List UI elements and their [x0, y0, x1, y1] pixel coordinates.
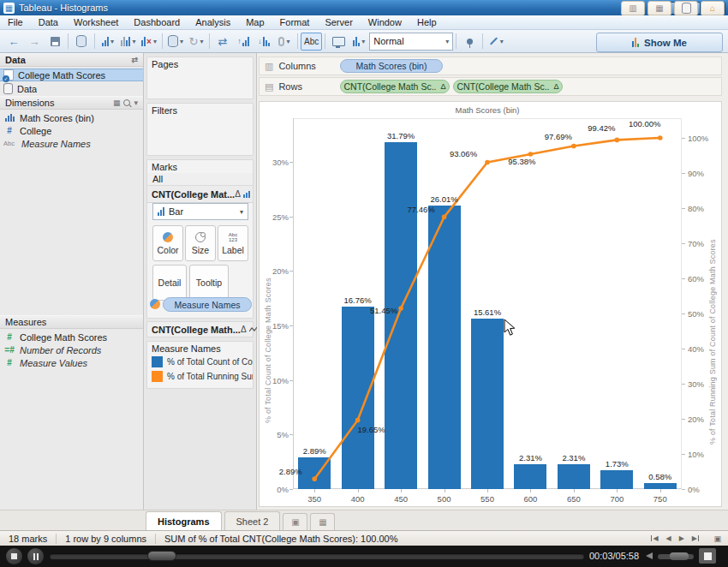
search-icon[interactable] [123, 99, 130, 106]
first-sheet-button[interactable]: ◀ [651, 534, 658, 542]
color-button[interactable]: Color [152, 225, 183, 261]
pause-button[interactable] [27, 548, 44, 564]
fit-value: Normal [373, 36, 403, 46]
new-worksheet-tab-button[interactable]: ▣ [283, 513, 307, 530]
filmstrip-button[interactable]: ▣ [713, 534, 721, 543]
rows-pill[interactable]: CNT(College Math Sc..Δ [453, 80, 563, 93]
menu-analysis[interactable]: Analysis [188, 15, 238, 29]
show-hide-cards-button[interactable]: ▾ [349, 33, 369, 51]
menu-data[interactable]: Data [31, 15, 66, 29]
highlight-button[interactable]: ▾ [486, 33, 506, 51]
presentation-mode-button[interactable] [328, 33, 349, 51]
swap-datasource-icon[interactable]: ⇄ [131, 56, 138, 64]
bar-350[interactable] [298, 457, 331, 489]
rows-shelf[interactable]: ▤Rows CNT(College Math Sc..ΔCNT(College … [259, 77, 722, 96]
tooltip-button[interactable]: Tooltip [189, 265, 229, 301]
bar-700[interactable] [600, 470, 633, 489]
save-button[interactable] [45, 33, 65, 51]
bar-400[interactable] [342, 307, 374, 489]
new-dashboard-tab-button[interactable]: ▦ [310, 513, 335, 530]
prev-sheet-button[interactable]: ◀ [666, 534, 671, 542]
fit-select[interactable]: Normal▾ [369, 33, 453, 51]
measure-item[interactable]: #College Math Scores [0, 331, 143, 343]
undo-button[interactable]: ← [3, 33, 24, 51]
menu-file[interactable]: File [0, 15, 31, 29]
rows-pill[interactable]: CNT(College Math Sc..Δ [340, 80, 450, 93]
show-mark-labels-button[interactable]: Abc [301, 33, 322, 51]
label-button[interactable]: Abc123Label [218, 225, 248, 261]
pause-updates-button[interactable]: ▾ [165, 33, 186, 51]
refresh-button[interactable]: ↻▾ [186, 33, 206, 51]
dimension-item[interactable]: Math Scores (bin) [0, 111, 143, 124]
show-me-button[interactable]: Show Me [596, 33, 723, 52]
group-members-button[interactable]: ▾ [274, 33, 295, 51]
menu-worksheet[interactable]: Worksheet [66, 15, 126, 29]
pin-icon [467, 39, 473, 45]
view-as-list-icon[interactable]: ▦ [113, 98, 121, 107]
bar-600[interactable] [514, 464, 546, 489]
bar-550[interactable] [471, 319, 504, 489]
fix-axes-button[interactable] [459, 33, 480, 51]
size-button[interactable]: Size [185, 225, 216, 261]
measure-names-legend: Measure Names % of Total Count of Colle.… [146, 341, 254, 389]
seek-handle[interactable] [147, 551, 176, 561]
sort-descending-button[interactable]: ↓ [254, 33, 274, 51]
new-worksheet-button[interactable]: ▾ [98, 33, 118, 51]
last-sheet-button[interactable]: ▶ [692, 534, 699, 542]
stop-button[interactable] [6, 548, 22, 564]
columns-shelf[interactable]: ▥Columns Math Scores (bin) [259, 57, 722, 75]
speaker-icon[interactable] [646, 552, 653, 559]
chart-canvas[interactable]: Math Scores (bin) % of Total Count of Co… [259, 101, 722, 507]
measure-names-pill[interactable]: Measure Names [163, 297, 252, 312]
volume-handle[interactable] [670, 552, 689, 560]
next-sheet-button[interactable]: ▶ [679, 534, 684, 542]
marks-cnt-row[interactable]: CNT(College Mat... Δ [147, 185, 253, 203]
sort-ascending-button[interactable]: ↑ [233, 33, 254, 51]
menu-dashboard[interactable]: Dashboard [126, 15, 188, 29]
measure-item[interactable]: =#Number of Records [0, 343, 143, 356]
volume-bar[interactable] [658, 554, 694, 559]
connection-item[interactable]: College Math Scores [0, 69, 143, 81]
legend-item[interactable]: % of Total Running Sum .. [147, 369, 253, 384]
redo-button[interactable]: → [24, 33, 45, 51]
start-page-button[interactable]: ⌂ [701, 1, 725, 15]
new-datasource-button[interactable] [71, 33, 92, 51]
menu-help[interactable]: Help [409, 15, 445, 29]
dimension-item[interactable]: #College [0, 124, 143, 137]
tab-sheet-2[interactable]: Sheet 2 [224, 511, 281, 530]
bar-500[interactable] [428, 206, 461, 489]
show-grid-button[interactable]: ▦ [647, 1, 671, 15]
bar-750[interactable] [644, 483, 677, 489]
filters-card[interactable]: Filters [146, 103, 254, 156]
clear-sheet-button[interactable]: ×▾ [139, 33, 159, 51]
menu-format[interactable]: Format [272, 15, 318, 29]
x-tick-label: 450 [394, 494, 408, 504]
seek-bar[interactable] [50, 553, 584, 559]
x-tick-mark [617, 489, 618, 492]
swap-axes-button[interactable]: ⇄ [212, 33, 233, 51]
bar-450[interactable] [385, 142, 417, 489]
dimension-item[interactable]: AbcMeasure Names [0, 137, 143, 150]
legend-item[interactable]: % of Total Count of Colle.. [147, 355, 253, 369]
fullscreen-button[interactable] [699, 548, 716, 564]
tab-histograms[interactable]: Histograms [146, 511, 222, 530]
pages-card[interactable]: Pages [146, 57, 254, 99]
bar-650[interactable] [558, 464, 590, 489]
menu-server[interactable]: Server [317, 15, 360, 29]
second-cnt-row[interactable]: CNT(College Math... Δ [146, 321, 254, 337]
measure-item[interactable]: #Measure Values [0, 356, 143, 369]
columns-pill[interactable]: Math Scores (bin) [340, 59, 443, 73]
line-label: 77.46% [407, 205, 434, 214]
duplicate-icon [121, 37, 125, 46]
menu-window[interactable]: Window [361, 15, 409, 29]
datasource-view-button[interactable] [674, 1, 698, 15]
left-tick-label: 15% [266, 321, 289, 331]
menu-map[interactable]: Map [238, 15, 272, 29]
chevron-down-icon[interactable]: ▾ [134, 98, 138, 107]
mark-type-select[interactable]: Bar ▾ [152, 203, 248, 220]
detail-button[interactable]: Detail [152, 265, 187, 301]
duplicate-sheet-button[interactable]: ▾ [118, 33, 139, 51]
connection-item[interactable]: Data [0, 82, 143, 95]
marks-all-row[interactable]: All [147, 173, 253, 185]
show-cards-button[interactable]: ▥ [621, 1, 645, 15]
